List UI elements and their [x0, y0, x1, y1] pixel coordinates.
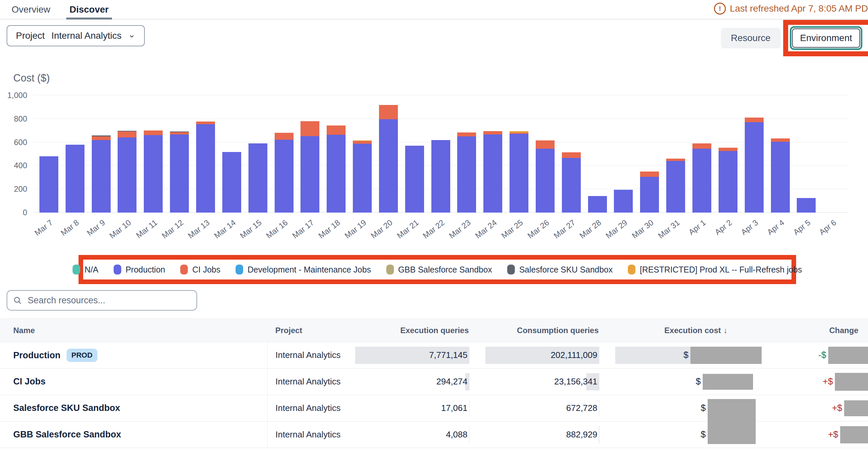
bar-slot-mar-26	[532, 95, 558, 213]
table-row-salesforce-sku-sandbox[interactable]: Salesforce SKU SandboxInternal Analytics…	[0, 395, 868, 422]
legend-item--restricted-prod-xl-full-refresh-jobs[interactable]: [RESTRICTED] Prod XL -- Full-Refresh job…	[628, 265, 802, 275]
environment-focus-ring: Environment	[790, 26, 862, 50]
search-input[interactable]	[27, 295, 190, 306]
stacked-bar-apr-3[interactable]	[745, 118, 764, 213]
column-header-change[interactable]: Change	[762, 319, 868, 342]
group-by-segmented-control: Resource Environment	[721, 20, 868, 56]
stacked-bar-mar-14[interactable]	[222, 152, 241, 213]
bar-segment	[66, 145, 85, 213]
stacked-bar-mar-7[interactable]	[39, 156, 58, 213]
stacked-bar-mar-19[interactable]	[353, 140, 372, 213]
legend-item-development-maintenance-jobs[interactable]: Development - Maintenance Jobs	[236, 265, 371, 275]
y-tick-label: 200	[14, 185, 27, 194]
stacked-bar-mar-18[interactable]	[327, 126, 345, 213]
stacked-bar-apr-4[interactable]	[771, 138, 790, 213]
resource-name-cell[interactable]: CI Jobs	[0, 368, 267, 395]
bar-segment	[196, 124, 215, 213]
stacked-bar-mar-27[interactable]	[562, 152, 581, 213]
legend-color-chip	[72, 265, 80, 275]
stacked-bar-mar-15[interactable]	[248, 143, 267, 213]
search-icon	[13, 296, 22, 305]
stacked-bar-mar-28[interactable]	[588, 196, 607, 213]
bar-slot-mar-11	[140, 95, 166, 213]
bar-slot-mar-13	[192, 95, 219, 213]
stacked-bar-mar-11[interactable]	[144, 130, 163, 213]
bar-segment	[301, 136, 319, 213]
bar-slot-mar-22	[428, 95, 454, 213]
legend-item-production[interactable]: Production	[114, 265, 165, 275]
change-prefix: +$	[832, 395, 842, 421]
prod-badge: PROD	[67, 349, 98, 362]
legend-color-chip	[114, 265, 121, 275]
stacked-bar-mar-8[interactable]	[66, 145, 85, 213]
bar-segment	[745, 122, 764, 213]
y-tick-label: 600	[14, 138, 27, 147]
bar-segment	[196, 122, 215, 124]
bar-segment	[640, 177, 659, 213]
stacked-bar-mar-25[interactable]	[509, 131, 528, 213]
resource-name: Salesforce SKU Sandbox	[13, 403, 120, 413]
redaction-box	[844, 400, 868, 416]
stacked-bar-mar-24[interactable]	[483, 131, 502, 213]
table-row-production[interactable]: ProductionPRODInternal Analytics7,771,14…	[0, 342, 868, 368]
column-header-execution-cost[interactable]: Execution cost↓	[599, 319, 762, 342]
stacked-bar-mar-13[interactable]	[196, 122, 215, 213]
column-header-execution-queries[interactable]: Execution queries	[357, 319, 469, 342]
search-box[interactable]	[7, 290, 197, 311]
resource-name-cell[interactable]: ProductionPROD	[0, 342, 267, 368]
stacked-bar-mar-17[interactable]	[301, 121, 319, 213]
bar-segment	[144, 135, 163, 213]
stacked-bar-mar-9[interactable]	[92, 135, 111, 213]
legend-item-ci-jobs[interactable]: CI Jobs	[180, 265, 220, 275]
legend-item-salesforce-sku-sandbox[interactable]: Salesforce SKU Sandbox	[507, 265, 613, 275]
stacked-bar-mar-21[interactable]	[405, 146, 424, 213]
stacked-bar-mar-23[interactable]	[457, 132, 476, 213]
cost-currency-prefix: $	[683, 342, 688, 368]
cell-value: 4,088	[446, 422, 467, 448]
stacked-bar-mar-12[interactable]	[170, 131, 189, 213]
redaction-box	[828, 347, 868, 364]
bar-slot-mar-20	[375, 95, 402, 213]
bar-segment	[327, 126, 345, 135]
legend-item-gbb-salesforce-sandbox[interactable]: GBB Salesforce Sandbox	[386, 265, 492, 275]
stacked-bar-mar-10[interactable]	[118, 131, 136, 213]
resource-name-cell[interactable]: Salesforce SKU Sandbox	[0, 395, 267, 422]
bar-segment	[666, 159, 685, 161]
project-filter-dropdown[interactable]: Project Internal Analytics ⌄	[7, 25, 145, 46]
legend-item-n-a[interactable]: N/A	[72, 265, 98, 275]
stacked-bar-mar-22[interactable]	[431, 140, 450, 213]
column-header-project[interactable]: Project	[267, 319, 357, 342]
bar-slot-apr-1	[689, 95, 715, 213]
column-header-name[interactable]: Name	[0, 319, 267, 342]
tab-overview[interactable]: Overview	[11, 0, 50, 19]
stacked-bar-apr-5[interactable]	[797, 198, 816, 213]
bar-segment	[797, 198, 816, 213]
active-tab-underline	[66, 18, 112, 20]
table-header: Name Project Execution queries Consumpti…	[0, 319, 868, 342]
cell-value: 202,111,009	[551, 342, 597, 368]
column-header-consumption-queries[interactable]: Consumption queries	[469, 319, 599, 342]
stacked-bar-mar-29[interactable]	[614, 190, 633, 213]
tab-discover-label: Discover	[69, 4, 108, 15]
stacked-bar-apr-2[interactable]	[719, 148, 738, 213]
bar-segment	[144, 130, 163, 135]
bar-segment	[692, 143, 711, 149]
resource-name-cell[interactable]: GBB Salesforce Sandbox	[0, 422, 267, 448]
stacked-bar-apr-1[interactable]	[692, 143, 711, 213]
table-row-ci-jobs[interactable]: CI JobsInternal Analytics294,27423,156,3…	[0, 368, 868, 395]
stacked-bar-mar-20[interactable]	[379, 105, 398, 213]
environment-toggle-button[interactable]: Environment	[792, 29, 860, 48]
bar-segment	[379, 105, 398, 119]
bar-segment	[745, 118, 764, 122]
stacked-bar-mar-30[interactable]	[640, 171, 659, 213]
bar-slot-mar-25	[506, 95, 532, 213]
stacked-bar-mar-31[interactable]	[666, 159, 685, 213]
bar-segment	[536, 140, 555, 149]
tab-discover[interactable]: Discover	[69, 0, 108, 19]
stacked-bar-mar-16[interactable]	[275, 133, 293, 213]
resource-toggle-button[interactable]: Resource	[721, 28, 780, 49]
stacked-bar-mar-26[interactable]	[536, 140, 555, 213]
legend-label: Salesforce SKU Sandbox	[519, 265, 613, 275]
bar-segment	[457, 136, 476, 213]
bar-segment	[562, 152, 581, 158]
